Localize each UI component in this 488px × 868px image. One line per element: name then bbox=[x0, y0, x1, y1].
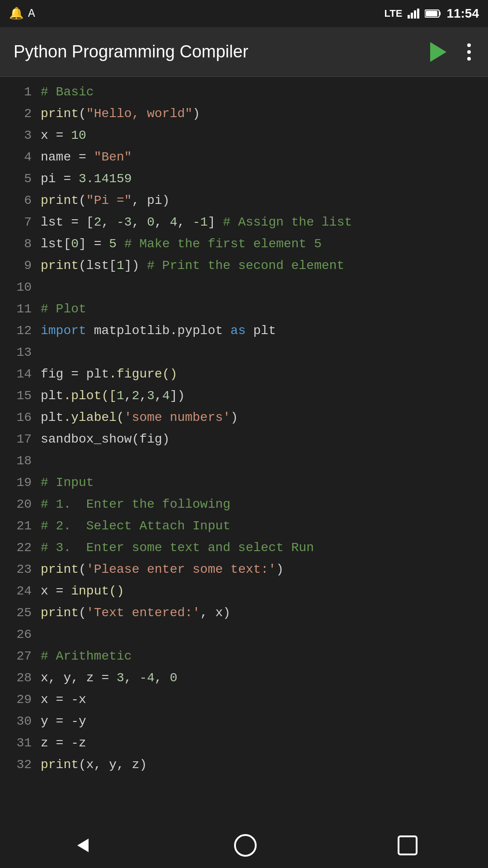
line-number: 1 bbox=[0, 81, 41, 103]
code-line-32: 32print(x, y, z) bbox=[0, 754, 488, 776]
line-code[interactable] bbox=[41, 277, 488, 278]
line-code[interactable]: x = 10 bbox=[41, 125, 488, 146]
line-code[interactable]: # 3. Enter some text and select Run bbox=[41, 537, 488, 558]
code-line-10: 10 bbox=[0, 277, 488, 298]
status-bar: 🔔 A LTE 11:54 bbox=[0, 0, 488, 27]
home-icon bbox=[234, 834, 257, 857]
code-token: # 3. Enter some text and select Run bbox=[41, 541, 314, 555]
code-token: 'Text entered:' bbox=[86, 606, 200, 620]
code-token: 1 bbox=[117, 259, 124, 273]
code-token: .figure() bbox=[109, 367, 177, 381]
code-token: ) bbox=[230, 410, 238, 425]
back-icon bbox=[70, 834, 93, 857]
line-code[interactable]: print(x, y, z) bbox=[41, 754, 488, 775]
code-line-1: 1# Basic bbox=[0, 81, 488, 103]
code-token: 'Please enter some text:' bbox=[86, 562, 276, 576]
line-number: 23 bbox=[0, 559, 41, 580]
line-number: 16 bbox=[0, 407, 41, 429]
line-number: 30 bbox=[0, 711, 41, 732]
line-code[interactable] bbox=[41, 624, 488, 625]
line-code[interactable]: # 1. Enter the following bbox=[41, 494, 488, 515]
code-line-8: 8lst[0] = 5 # Make the first element 5 bbox=[0, 233, 488, 255]
svg-marker-3 bbox=[77, 839, 89, 852]
line-number: 13 bbox=[0, 342, 41, 363]
line-number: 29 bbox=[0, 689, 41, 711]
line-code[interactable]: # 2. Select Attach Input bbox=[41, 515, 488, 537]
code-token: x = -x bbox=[41, 693, 86, 707]
code-token: 3.14159 bbox=[79, 172, 132, 186]
recents-button[interactable] bbox=[398, 835, 418, 855]
line-code[interactable]: sandbox_show(fig) bbox=[41, 429, 488, 450]
line-code[interactable]: x, y, z = 3, -4, 0 bbox=[41, 667, 488, 689]
line-code[interactable]: print('Please enter some text:') bbox=[41, 559, 488, 580]
battery-icon bbox=[425, 9, 441, 18]
line-code[interactable]: import matplotlib.pyplot as plt bbox=[41, 320, 488, 341]
code-token: plt bbox=[86, 367, 109, 381]
app-title: Python Programming Compiler bbox=[14, 42, 249, 61]
code-token: , bbox=[139, 389, 147, 403]
svg-rect-2 bbox=[426, 11, 437, 16]
status-bar-left: 🔔 A bbox=[9, 6, 35, 21]
line-number: 15 bbox=[0, 385, 41, 407]
line-code[interactable] bbox=[41, 342, 488, 343]
code-editor: 1# Basic2print("Hello, world")3x = 104na… bbox=[0, 77, 488, 780]
line-code[interactable]: plt.ylabel('some numbers') bbox=[41, 407, 488, 428]
line-code[interactable]: print("Hello, world") bbox=[41, 103, 488, 124]
notification-icon: 🔔 bbox=[9, 6, 23, 21]
code-line-9: 9print(lst[1]) # Print the second elemen… bbox=[0, 255, 488, 277]
line-number: 8 bbox=[0, 233, 41, 255]
line-number: 18 bbox=[0, 450, 41, 472]
account-icon: A bbox=[28, 7, 35, 20]
code-token: = bbox=[48, 128, 71, 142]
line-number: 3 bbox=[0, 125, 41, 146]
code-token: print bbox=[41, 758, 79, 772]
code-token: -3 bbox=[117, 215, 132, 229]
line-code[interactable]: # Input bbox=[41, 472, 488, 493]
code-token: , bbox=[155, 389, 162, 403]
code-token: # Assign the list bbox=[223, 215, 352, 229]
line-number: 10 bbox=[0, 277, 41, 298]
line-code[interactable]: name = "Ben" bbox=[41, 146, 488, 168]
run-button[interactable] bbox=[427, 38, 450, 66]
line-code[interactable]: lst[0] = 5 # Make the first element 5 bbox=[41, 233, 488, 255]
line-number: 6 bbox=[0, 190, 41, 212]
line-code[interactable]: print(lst[1]) # Print the second element bbox=[41, 255, 488, 276]
back-button[interactable] bbox=[70, 834, 93, 857]
play-icon bbox=[430, 42, 446, 62]
code-line-17: 17sandbox_show(fig) bbox=[0, 429, 488, 450]
code-token: 4 bbox=[162, 389, 170, 403]
code-line-25: 25print('Text entered:', x) bbox=[0, 602, 488, 624]
line-code[interactable]: # Arithmetic bbox=[41, 646, 488, 667]
home-button[interactable] bbox=[234, 834, 257, 857]
line-code[interactable]: fig = plt.figure() bbox=[41, 363, 488, 385]
code-token: x, y, z = bbox=[41, 671, 117, 685]
line-code[interactable]: # Plot bbox=[41, 298, 488, 320]
line-code[interactable]: # Basic bbox=[41, 81, 488, 103]
code-token: , bbox=[124, 671, 140, 685]
line-code[interactable]: plt.plot([1,2,3,4]) bbox=[41, 385, 488, 406]
line-code[interactable]: x = -x bbox=[41, 689, 488, 710]
code-token: "Ben" bbox=[94, 150, 132, 164]
line-code[interactable]: z = -z bbox=[41, 732, 488, 754]
code-token: print bbox=[41, 259, 79, 273]
line-code[interactable]: pi = 3.14159 bbox=[41, 168, 488, 189]
code-token: , bbox=[132, 215, 147, 229]
line-number: 19 bbox=[0, 472, 41, 494]
code-line-18: 18 bbox=[0, 450, 488, 472]
line-number: 26 bbox=[0, 624, 41, 646]
line-code[interactable]: print("Pi =", pi) bbox=[41, 190, 488, 211]
code-token: 3 bbox=[147, 389, 155, 403]
more-options-button[interactable] bbox=[464, 40, 474, 64]
line-code[interactable]: x = input() bbox=[41, 580, 488, 602]
code-token: ]) bbox=[124, 259, 147, 273]
code-token: , bbox=[178, 215, 193, 229]
line-code[interactable] bbox=[41, 450, 488, 451]
line-code[interactable]: lst = [2, -3, 0, 4, -1] # Assign the lis… bbox=[41, 212, 488, 233]
nav-bar bbox=[0, 823, 488, 868]
line-code[interactable]: y = -y bbox=[41, 711, 488, 732]
code-token: -4 bbox=[139, 671, 155, 685]
code-line-11: 11# Plot bbox=[0, 298, 488, 320]
line-code[interactable]: print('Text entered:', x) bbox=[41, 602, 488, 623]
line-number: 5 bbox=[0, 168, 41, 190]
code-token: , bbox=[101, 215, 117, 229]
